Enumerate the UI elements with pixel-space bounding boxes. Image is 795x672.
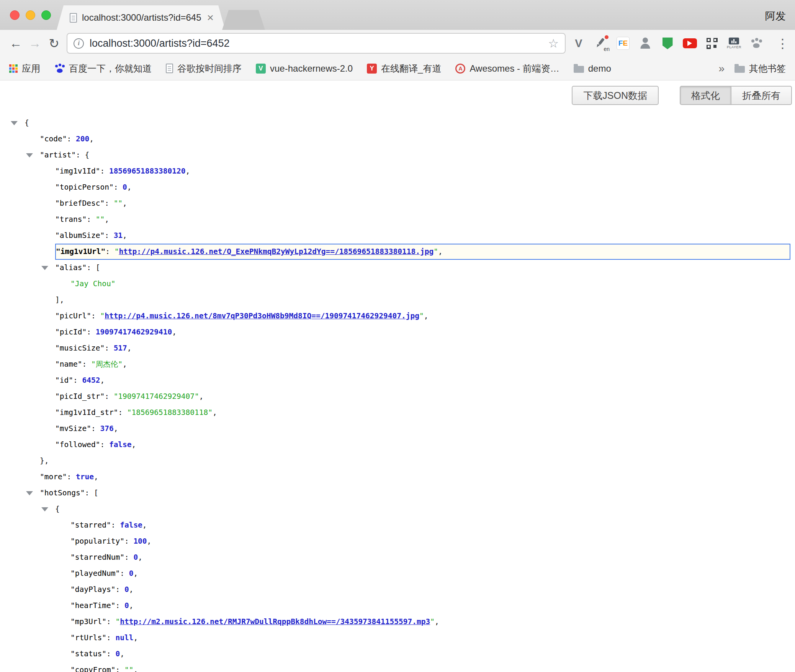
json-line-content: "status": 0, <box>70 646 790 662</box>
qrcode-extension-icon[interactable] <box>704 36 720 51</box>
forward-button[interactable]: → <box>25 34 44 53</box>
url-link[interactable]: http://p4.music.126.net/Q_ExePNkmqB2yWyL… <box>119 247 433 256</box>
json-token: : <box>87 215 95 224</box>
json-token: 0 <box>124 601 129 610</box>
json-key: "copyFrom" <box>70 665 115 672</box>
json-key: "trans" <box>55 215 87 224</box>
player-extension-icon[interactable]: PLAYER <box>726 36 742 51</box>
indent-spacer <box>10 324 41 340</box>
json-line-content: "playedNum": 0, <box>70 565 790 582</box>
collapse-all-button[interactable]: 折叠所有 <box>731 86 792 105</box>
arrow-spacer <box>41 372 55 388</box>
json-token: : <box>115 665 124 672</box>
format-button[interactable]: 格式化 <box>680 86 731 105</box>
json-line-content: "copyFrom": "", <box>70 662 790 672</box>
bookmarks-overflow-chevron[interactable]: » <box>718 62 725 75</box>
bookmark-star-icon[interactable]: ☆ <box>548 36 559 51</box>
tab-close-icon[interactable]: × <box>207 12 214 23</box>
json-line-content: "starred": false, <box>70 517 790 533</box>
shield-extension-icon[interactable] <box>660 36 675 51</box>
json-token: false <box>109 440 132 449</box>
fehelper-extension-icon[interactable]: FE <box>615 36 631 51</box>
json-line-content: "img1v1Url": "http://p4.music.126.net/Q_… <box>55 244 790 260</box>
json-token: }, <box>40 456 49 465</box>
json-token: , <box>147 537 152 546</box>
json-token: : <box>73 376 82 385</box>
bookmarks-right-group: » 其他书签 <box>718 62 786 75</box>
json-token: : <box>115 585 124 594</box>
translate-pen-extension-icon[interactable]: en <box>593 36 609 51</box>
other-bookmarks[interactable]: 其他书签 <box>734 62 786 75</box>
indent-spacer <box>10 260 41 276</box>
url-link[interactable]: http://m2.music.126.net/RMJR7wDullRqppBk… <box>120 617 430 626</box>
json-key: "rtUrls" <box>70 633 106 642</box>
indent-spacer <box>10 388 41 405</box>
json-line: "starred": false, <box>10 517 790 533</box>
json-line: "img1v1Url": "http://p4.music.126.net/Q_… <box>10 244 790 260</box>
paw-icon <box>750 37 762 49</box>
youtube-extension-icon[interactable] <box>682 36 697 51</box>
json-token: , <box>127 183 132 192</box>
json-token: "" <box>124 665 133 672</box>
json-line-content: "popularity": 100, <box>70 533 790 549</box>
quote: " <box>419 311 424 320</box>
json-line-content: }, <box>40 453 790 469</box>
bookmark-item-awesomes[interactable]: A Awesomes - 前端资… <box>455 62 559 75</box>
download-json-button[interactable]: 下载JSON数据 <box>572 86 659 105</box>
json-line-content: "followed": false, <box>55 437 790 453</box>
json-token: , <box>129 601 134 610</box>
collapse-arrow-icon[interactable] <box>41 260 55 276</box>
view-mode-segment: 格式化 折叠所有 <box>680 86 792 105</box>
zoom-window-button[interactable] <box>41 10 51 20</box>
json-key: "more" <box>40 472 67 481</box>
address-bar[interactable]: localhost:3000/artists?id=6452 ☆ <box>67 33 566 54</box>
json-token: , <box>133 633 138 642</box>
collapse-arrow-icon[interactable] <box>41 501 55 517</box>
collapse-arrow-icon[interactable] <box>10 115 25 131</box>
reload-button[interactable]: ↻ <box>44 34 64 53</box>
collapse-arrow-icon[interactable] <box>25 485 40 501</box>
bookmark-item-youdao[interactable]: Y 在线翻译_有道 <box>367 62 441 75</box>
profile-person-extension-icon[interactable] <box>638 36 653 51</box>
paw-extension-icon[interactable] <box>749 36 764 51</box>
json-line-content: "topicPerson": 0, <box>55 179 790 195</box>
bookmark-item-baidu[interactable]: 百度一下，你就知道 <box>54 62 152 75</box>
json-token: 200 <box>76 134 89 143</box>
json-token: [ <box>96 263 100 272</box>
other-bookmarks-label: 其他书签 <box>749 62 786 75</box>
json-key: "name" <box>55 360 82 369</box>
json-token: , <box>129 585 134 594</box>
json-line: "topicPerson": 0, <box>10 179 790 195</box>
back-button[interactable]: ← <box>6 34 25 53</box>
bookmark-item-demo[interactable]: demo <box>574 63 611 74</box>
close-window-button[interactable] <box>10 10 20 20</box>
json-token: 517 <box>114 344 127 352</box>
json-token: , <box>123 231 127 240</box>
tab-strip: localhost:3000/artists?id=645 × 阿发 <box>0 0 795 30</box>
bookmark-item-google-sort[interactable]: 谷歌按时间排序 <box>166 62 242 75</box>
minimize-window-button[interactable] <box>26 10 35 20</box>
json-token: "18569651883380118" <box>127 408 213 417</box>
indent-spacer <box>10 163 41 179</box>
browser-tab[interactable]: localhost:3000/artists?id=645 × <box>57 5 225 30</box>
profile-name[interactable]: 阿发 <box>765 9 786 23</box>
json-token: : <box>115 601 124 610</box>
json-token: : <box>124 537 133 546</box>
collapse-arrow-icon[interactable] <box>25 147 40 163</box>
json-line: "hearTime": 0, <box>10 598 790 614</box>
indent-spacer <box>10 244 41 260</box>
vimium-extension-icon[interactable]: V <box>571 36 586 51</box>
json-viewer-actions: 下载JSON数据 格式化 折叠所有 <box>0 80 795 105</box>
new-tab-button[interactable] <box>222 10 265 30</box>
json-token: 6452 <box>82 376 100 385</box>
bookmark-item-vue-hackernews[interactable]: V vue-hackernews-2.0 <box>256 63 353 74</box>
json-token: 0 <box>123 183 127 192</box>
url-link[interactable]: http://p4.music.126.net/8mv7qP30Pd3oHW8b… <box>105 311 419 320</box>
baidu-paw-icon <box>54 63 65 74</box>
arrow-spacer <box>56 582 70 598</box>
apps-shortcut[interactable]: 应用 <box>9 62 40 75</box>
json-line: "img1v1Id_str": "18569651883380118", <box>10 405 790 421</box>
browser-menu-icon[interactable]: ⋮ <box>776 36 789 51</box>
arrow-spacer <box>41 308 55 324</box>
site-info-icon[interactable] <box>74 38 84 49</box>
